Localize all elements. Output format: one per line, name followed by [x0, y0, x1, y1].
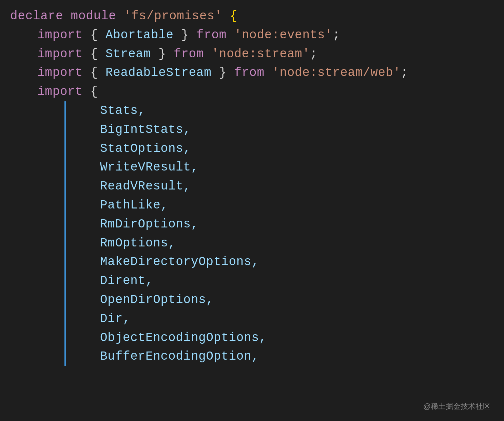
left-bar [64, 101, 66, 366]
ident-makedirectoryoptions: MakeDirectoryOptions, [100, 253, 259, 272]
space [204, 45, 211, 64]
space [83, 82, 90, 101]
space [174, 26, 181, 45]
space [116, 7, 124, 26]
keyword-declare: declare [10, 7, 63, 26]
string-node-stream-web: 'node:stream/web' [272, 63, 401, 82]
item-bufferencodingoption: BufferEncodingOption, [73, 347, 267, 366]
space [98, 63, 105, 82]
code-block: declare module 'fs/promises' { import { … [10, 7, 494, 366]
ident-readvresult: ReadVResult, [100, 177, 191, 196]
space [265, 63, 272, 82]
item-dirent: Dirent, [73, 272, 267, 290]
ident-pathlike: PathLike, [100, 196, 168, 215]
ident-bigintstats: BigIntStats, [100, 120, 191, 139]
left-indent [10, 101, 64, 366]
keyword-from-3: from [234, 63, 264, 82]
item-rmidiroptions: RmDirOptions, [73, 215, 267, 234]
space [227, 63, 234, 82]
space [63, 7, 71, 26]
item-pathlike: PathLike, [73, 196, 267, 215]
keyword-module: module [71, 7, 116, 26]
ident-dirent: Dirent, [100, 272, 153, 290]
space [98, 45, 105, 64]
line-3: import { Stream } from 'node:stream' ; [10, 45, 494, 64]
space [151, 45, 158, 64]
line-5: import { [10, 82, 494, 101]
item-bigintstats: BigIntStats, [73, 120, 267, 139]
import-items-list: Stats, BigIntStats, StatOptions, WriteVR… [73, 101, 267, 366]
space [222, 7, 230, 26]
ident-dir: Dir, [100, 309, 130, 328]
code-container: declare module 'fs/promises' { import { … [0, 0, 504, 421]
ident-objectencodingoptions: ObjectEncodingOptions, [100, 328, 267, 347]
ident-readable-stream: ReadableStream [105, 63, 212, 82]
item-dir: Dir, [73, 309, 267, 328]
space [83, 26, 90, 45]
line-2: import { Abortable } from 'node:events' … [10, 26, 494, 45]
import-items-block: Stats, BigIntStats, StatOptions, WriteVR… [10, 101, 494, 366]
ident-abortable: Abortable [105, 26, 174, 45]
brace-close-1: } [181, 26, 189, 45]
brace-open-1: { [90, 26, 98, 45]
item-stats: Stats, [73, 101, 267, 120]
string-node-events: 'node:events' [234, 26, 332, 45]
string-fs-promises: 'fs/promises' [124, 7, 222, 26]
ident-rmoptions: RmOptions, [100, 234, 176, 253]
brace-open-2: { [90, 45, 98, 64]
ident-stats: Stats, [100, 101, 146, 120]
line-1: declare module 'fs/promises' { [10, 7, 494, 26]
space [98, 26, 105, 45]
open-brace: { [230, 7, 237, 26]
item-opendiroptions: OpenDirOptions, [73, 290, 267, 309]
item-rmoptions: RmOptions, [73, 234, 267, 253]
brace-close-2: } [158, 45, 166, 64]
brace-open-3: { [90, 63, 98, 82]
brace-open-4: { [90, 82, 98, 101]
item-readvresult: ReadVResult, [73, 177, 267, 196]
ident-rmidiroptions: RmDirOptions, [100, 215, 198, 234]
space [83, 63, 90, 82]
space [166, 45, 174, 64]
space [227, 26, 234, 45]
item-writevresult: WriteVResult, [73, 158, 267, 177]
keyword-import-4: import [37, 82, 83, 101]
space [189, 26, 196, 45]
keyword-import-2: import [37, 45, 83, 64]
brace-close-3: } [219, 63, 227, 82]
keyword-import-1: import [37, 26, 83, 45]
item-objectencodingoptions: ObjectEncodingOptions, [73, 328, 267, 347]
semicolon-2: ; [310, 45, 317, 64]
ident-opendiroptions: OpenDirOptions, [100, 290, 214, 309]
space [211, 63, 219, 82]
keyword-from-1: from [196, 26, 227, 45]
ident-writevresult: WriteVResult, [100, 158, 198, 177]
ident-bufferencodingoption: BufferEncodingOption, [100, 347, 259, 366]
ident-statoptions: StatOptions, [100, 139, 191, 158]
string-node-stream: 'node:stream' [212, 45, 310, 64]
item-statoptions: StatOptions, [73, 139, 267, 158]
item-makedirectoryoptions: MakeDirectoryOptions, [73, 253, 267, 272]
keyword-import-3: import [37, 63, 83, 82]
ident-stream: Stream [105, 45, 151, 64]
semicolon-1: ; [333, 26, 340, 45]
space [83, 45, 90, 64]
watermark: @稀土掘金技术社区 [423, 401, 490, 412]
keyword-from-2: from [174, 45, 204, 64]
semicolon-3: ; [401, 63, 408, 82]
line-4: import { ReadableStream } from 'node:str… [10, 63, 494, 82]
